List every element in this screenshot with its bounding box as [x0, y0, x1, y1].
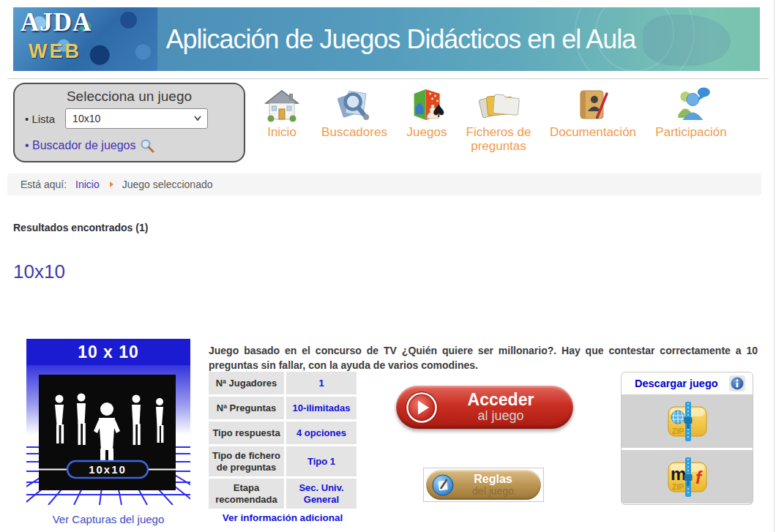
page: AJDA WEB Aplicación de Juegos Didácticos…	[0, 0, 776, 532]
lista-label: • Lista	[25, 113, 55, 125]
breadcrumb-home-link[interactable]: Inicio	[75, 179, 100, 190]
nav-label: Ficheros de preguntas	[462, 125, 535, 153]
nav-item-participacion[interactable]: Participación	[655, 83, 726, 139]
question-files-icon	[477, 83, 520, 123]
reglas-line1: Reglas	[474, 473, 512, 486]
row-label: Tipo respuesta	[209, 422, 284, 444]
thumbnail-banner: 10 x 10	[26, 339, 190, 365]
row-value[interactable]: Tipo 1	[286, 446, 357, 476]
acceder-label: Acceder al juego	[439, 391, 563, 424]
table-row: Tipo respuesta 4 opciones	[209, 422, 357, 444]
reglas-frame: Reglas del juego	[423, 468, 544, 502]
search-icon	[335, 83, 373, 123]
participation-icon	[671, 83, 711, 123]
table-row: Nª Preguntas 10-ilimitadas	[209, 397, 357, 419]
header-divider	[7, 78, 769, 79]
table-row: Nª Jugadores 1	[209, 372, 357, 394]
download-zip-online[interactable]: ZIP	[622, 394, 753, 448]
zip-online-icon: ZIP	[668, 401, 707, 442]
nav-item-buscadores[interactable]: Buscadores	[321, 83, 387, 139]
info-icon[interactable]	[729, 375, 745, 391]
info-adicional-link[interactable]: Ver información adicional	[209, 512, 357, 523]
games-icon: ♟ ♠	[408, 83, 446, 123]
download-header: Descargar juego	[622, 372, 753, 394]
nav-label: Participación	[655, 125, 726, 139]
acceder-line2: al juego	[477, 409, 523, 424]
game-thumbnail[interactable]: 10 x 10	[26, 339, 190, 505]
download-zip-flash[interactable]: m f ZIP	[622, 450, 753, 503]
nav-item-documentacion[interactable]: Documentación	[550, 83, 636, 139]
acceder-al-juego-button[interactable]: Acceder al juego	[396, 386, 573, 429]
ajda-logo[interactable]: AJDA WEB	[13, 7, 157, 71]
row-label: Nª Jugadores	[209, 372, 284, 394]
table-row: Etapa recomendada Sec. Univ. General	[209, 479, 357, 509]
game-info-table: Nª Jugadores 1 Nª Preguntas 10-ilimitada…	[209, 372, 357, 523]
row-label: Etapa recomendada	[209, 479, 284, 509]
table-row: Tipo de fichero de preguntas Tipo 1	[209, 446, 357, 476]
chevron-down-icon	[194, 116, 201, 121]
breadcrumb-prefix: Está aquí:	[20, 179, 67, 190]
reglas-del-juego-button[interactable]: Reglas del juego	[426, 470, 541, 500]
banner-title-area: Aplicación de Juegos Didácticos en el Au…	[157, 7, 760, 71]
reglas-label: Reglas del juego	[454, 473, 532, 496]
game-description: Juego basado en el concurso de TV ¿Quién…	[209, 343, 758, 372]
nav-label: Documentación	[550, 125, 636, 139]
game-list-select[interactable]: 10x10	[65, 108, 208, 129]
game-screenshot: 10x10	[26, 365, 190, 505]
nav-label: Buscadores	[321, 125, 387, 139]
home-icon	[264, 83, 300, 123]
buscador-de-juegos[interactable]: • Buscador de juegos	[25, 138, 155, 153]
documentation-icon	[575, 83, 611, 123]
ver-capturas-link[interactable]: Ver Capturas del juego	[26, 513, 190, 525]
lista-row: • Lista 10x10	[25, 108, 208, 129]
buscador-link-label: • Buscador de juegos	[25, 139, 135, 152]
header-banner: AJDA WEB Aplicación de Juegos Didácticos…	[13, 7, 760, 71]
breadcrumb: Está aquí: Inicio Juego seleccionado	[7, 173, 761, 195]
results-count: Resultados encontrados (1)	[13, 222, 148, 233]
rules-icon	[432, 474, 454, 496]
row-value[interactable]: Sec. Univ. General	[286, 479, 357, 509]
download-panel: Descargar juego	[621, 372, 753, 505]
row-label: Nª Preguntas	[209, 397, 284, 419]
zip-flash-icon: m f ZIP	[668, 457, 707, 498]
nav-item-ficheros[interactable]: Ficheros de preguntas	[462, 83, 535, 153]
zip-label: ZIP	[672, 427, 684, 435]
row-value: 1	[286, 372, 357, 394]
game-selector-panel: Selecciona un juego • Lista 10x10 • Busc…	[13, 83, 245, 162]
descargar-juego-link[interactable]: Descargar juego	[635, 378, 718, 389]
nav-label: Inicio	[267, 125, 296, 139]
nav-label: Juegos	[407, 125, 447, 139]
svg-text:♠: ♠	[431, 101, 446, 121]
logo-text-ajda: AJDA	[20, 8, 92, 37]
row-value[interactable]: 4 opciones	[286, 422, 357, 444]
site-title: Aplicación de Juegos Didácticos en el Au…	[157, 24, 635, 55]
logo-text-web: WEB	[29, 40, 81, 63]
breadcrumb-arrow-icon	[110, 181, 113, 187]
reglas-line2: del juego	[472, 486, 514, 497]
play-icon	[405, 391, 439, 424]
thumbnail-badge: 10x10	[89, 463, 127, 476]
selector-title: Selecciona un juego	[15, 89, 244, 105]
nav-item-juegos[interactable]: ♟ ♠ Juegos	[407, 83, 447, 139]
acceder-line1: Acceder	[468, 391, 534, 409]
zip-letter-m: m	[671, 464, 686, 484]
zip-label: ZIP	[672, 482, 684, 491]
page-right-border	[774, 0, 775, 532]
breadcrumb-current: Juego seleccionado	[122, 179, 213, 190]
page-title: 10x10	[13, 261, 65, 283]
selected-game: 10x10	[66, 113, 100, 124]
row-label: Tipo de fichero de preguntas	[209, 446, 284, 476]
banner-decoration-map	[643, 15, 731, 66]
nav-item-inicio[interactable]: Inicio	[264, 83, 300, 139]
magnifier-icon	[139, 138, 155, 153]
row-value[interactable]: 10-ilimitadas	[286, 397, 357, 419]
